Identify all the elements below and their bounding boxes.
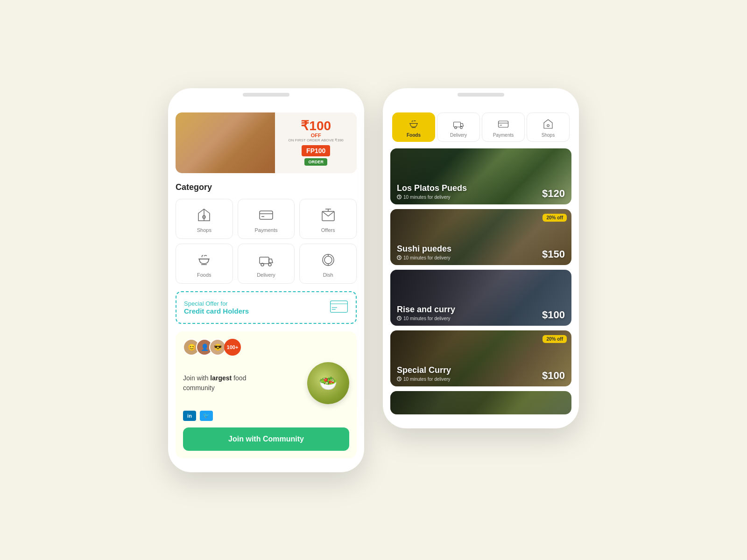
food-card-1-price: $120	[542, 188, 565, 200]
right-phone-notch	[458, 93, 504, 97]
promo-condition: ON FIRST ORDER ABOVE ₹390	[289, 138, 344, 143]
social-icons: in 🐦	[183, 411, 349, 421]
category-payments-label: Payments	[255, 227, 278, 233]
food-card-1-name: Los Platos Pueds	[397, 183, 467, 193]
avatar-3: 😎	[209, 339, 226, 356]
tab-shops-label: Shops	[542, 133, 555, 138]
category-delivery-label: Delivery	[257, 272, 275, 278]
category-foods[interactable]: Foods	[176, 244, 233, 284]
svg-rect-21	[454, 122, 461, 127]
delivery-truck-icon	[258, 252, 275, 268]
tab-shops-icon	[542, 118, 555, 131]
linkedin-button[interactable]: in	[183, 411, 196, 421]
offer-box-icon	[320, 207, 337, 224]
food-card-3-content: Rise and curry 10 minutes for delivery $…	[390, 300, 571, 326]
food-card-3-time: 10 minutes for delivery	[397, 316, 455, 321]
food-bowl-icon	[196, 252, 212, 268]
tab-delivery-label: Delivery	[450, 133, 467, 138]
community-section: 😊 👤 😎 100+ Join with largest food commun…	[176, 331, 357, 458]
food-card-5[interactable]	[390, 391, 571, 414]
food-card-4[interactable]: 20% off Special Curry 10 minutes for del…	[390, 330, 571, 386]
tab-foods-label: Foods	[407, 133, 421, 138]
svg-point-10	[268, 263, 271, 266]
category-grid: Shops Payments Offers	[176, 199, 357, 284]
food-card-2-price: $150	[542, 248, 565, 260]
special-offer-box[interactable]: Special Offer for Credit card Holders	[176, 291, 357, 324]
tab-foods-icon	[407, 118, 420, 131]
category-dish[interactable]: Dish	[299, 244, 357, 284]
food-card-2-time: 10 minutes for delivery	[397, 255, 451, 260]
food-card-4-name: Special Curry	[397, 365, 451, 375]
food-card-2-discount: 20% off	[543, 214, 567, 222]
food-card-4-content: Special Curry 10 minutes for delivery $1…	[390, 361, 571, 386]
promo-code: FP100	[302, 145, 330, 156]
tab-payments[interactable]: Payments	[482, 112, 525, 142]
community-content: Join with largest food community 🥗	[183, 362, 349, 404]
location-shop-icon	[196, 207, 212, 224]
svg-rect-2	[260, 211, 273, 219]
category-shops-label: Shops	[197, 227, 211, 233]
svg-point-23	[460, 126, 463, 129]
category-shops[interactable]: Shops	[176, 199, 233, 239]
promo-food-image	[176, 112, 284, 173]
phone-notch	[243, 93, 289, 97]
food-card-5-overlay	[390, 391, 571, 414]
tab-shops[interactable]: Shops	[527, 112, 570, 142]
svg-rect-24	[499, 121, 508, 127]
svg-point-12	[324, 256, 332, 264]
food-card-3-price: $100	[542, 309, 565, 321]
food-card-3[interactable]: Rise and curry 10 minutes for delivery $…	[390, 270, 571, 326]
promo-off-text: OFF	[311, 133, 321, 138]
credit-card-icon	[258, 207, 275, 224]
svg-point-27	[547, 124, 550, 126]
order-button[interactable]: ORDER	[304, 158, 327, 166]
right-phone: Foods Delivery Payments	[383, 88, 579, 428]
twitter-button[interactable]: 🐦	[200, 411, 213, 421]
tab-payments-label: Payments	[493, 133, 514, 138]
food-card-1-content: Los Platos Pueds 10 minutes for delivery…	[390, 179, 571, 204]
food-card-2-content: Sushi puedes 10 minutes for delivery $15…	[390, 239, 571, 265]
dish-icon	[320, 252, 337, 268]
food-card-4-discount: 20% off	[543, 335, 567, 343]
food-card-1-time: 10 minutes for delivery	[397, 195, 467, 200]
promo-amount: ₹100	[301, 119, 331, 133]
food-card-4-time: 10 minutes for delivery	[397, 377, 451, 382]
community-text: Join with largest food community	[183, 373, 267, 393]
food-cards: Los Platos Pueds 10 minutes for delivery…	[390, 148, 571, 414]
svg-rect-15	[331, 301, 348, 312]
food-card-1[interactable]: Los Platos Pueds 10 minutes for delivery…	[390, 148, 571, 204]
category-delivery[interactable]: Delivery	[238, 244, 295, 284]
food-card-4-price: $100	[542, 370, 565, 382]
category-foods-label: Foods	[197, 272, 211, 278]
community-food-image: 🥗	[307, 362, 349, 404]
food-card-2-name: Sushi puedes	[397, 244, 451, 254]
special-offer-line2: Credit card Holders	[184, 307, 249, 315]
special-offer-card-icon	[330, 300, 348, 315]
tab-bar: Foods Delivery Payments	[390, 112, 571, 142]
phones-container: ₹100 OFF ON FIRST ORDER ABOVE ₹390 FP100…	[168, 88, 579, 472]
food-card-3-name: Rise and curry	[397, 305, 455, 315]
food-card-2[interactable]: 20% off Sushi puedes 10 minutes for deli…	[390, 209, 571, 265]
promo-content: ₹100 OFF ON FIRST ORDER ABOVE ₹390 FP100…	[275, 112, 357, 173]
left-phone: ₹100 OFF ON FIRST ORDER ABOVE ₹390 FP100…	[168, 88, 364, 472]
category-title: Category	[176, 182, 357, 192]
avatars-row: 😊 👤 😎 100+	[183, 339, 349, 356]
tab-delivery[interactable]: Delivery	[437, 112, 480, 142]
tab-foods[interactable]: Foods	[392, 112, 435, 142]
tab-payments-icon	[497, 118, 510, 131]
category-offers-label: Offers	[321, 227, 335, 233]
join-community-button[interactable]: Join with Community	[183, 427, 349, 451]
special-offer-text: Special Offer for Credit card Holders	[184, 300, 249, 315]
promo-banner[interactable]: ₹100 OFF ON FIRST ORDER ABOVE ₹390 FP100…	[176, 112, 357, 173]
category-payments[interactable]: Payments	[238, 199, 295, 239]
special-offer-line1: Special Offer for	[184, 300, 249, 307]
tab-delivery-icon	[452, 118, 465, 131]
svg-rect-8	[260, 257, 269, 264]
category-offers[interactable]: Offers	[299, 199, 357, 239]
category-dish-label: Dish	[323, 272, 333, 278]
avatar-count: 100+	[224, 339, 241, 356]
